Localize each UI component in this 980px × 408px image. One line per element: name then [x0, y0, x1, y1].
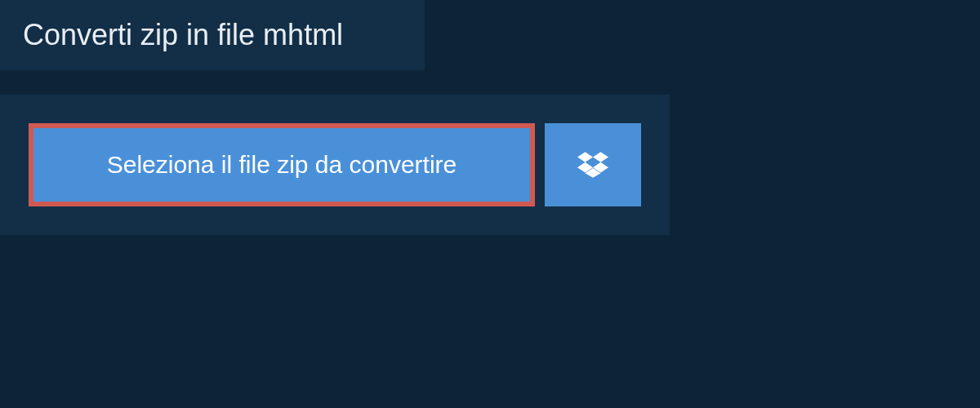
- select-file-button[interactable]: Seleziona il file zip da convertire: [29, 123, 535, 206]
- page-title: Converti zip in file mhtml: [23, 18, 402, 52]
- dropbox-icon: [577, 149, 608, 180]
- page-header: Converti zip in file mhtml: [0, 0, 425, 70]
- dropbox-button[interactable]: [545, 123, 641, 206]
- upload-panel: Seleziona il file zip da convertire: [0, 95, 670, 235]
- select-file-label: Seleziona il file zip da convertire: [107, 151, 457, 179]
- button-row: Seleziona il file zip da convertire: [29, 123, 641, 206]
